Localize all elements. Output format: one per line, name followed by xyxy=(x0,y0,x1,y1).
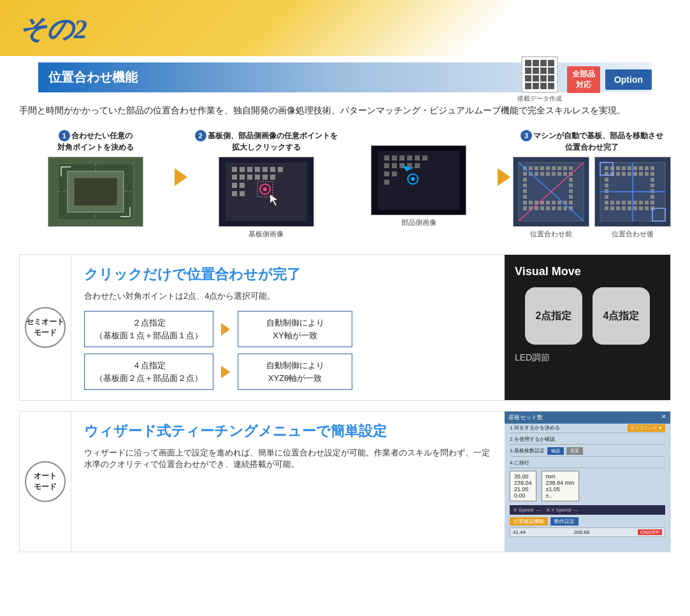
intro-text: 手間と時間がかかっていた部品の位置合わせ作業を、独自開発の画像処理技術、パターン… xyxy=(19,103,671,118)
svg-rect-48 xyxy=(384,171,389,176)
flow-result-1: 自動制御によりXY軸が一致 xyxy=(238,311,352,347)
svg-rect-143 xyxy=(628,206,631,210)
svg-rect-106 xyxy=(616,166,620,170)
step-3-before-svg xyxy=(514,157,589,226)
step-3-pair: 位置合わせ前 xyxy=(513,157,671,239)
step-3-after-image xyxy=(594,157,671,227)
svg-rect-14 xyxy=(232,167,237,172)
svg-rect-118 xyxy=(633,172,637,176)
step-2b-image xyxy=(371,145,466,215)
svg-rect-142 xyxy=(622,206,626,210)
flow-arrow-2 xyxy=(221,366,230,378)
wizard-cancel-btn[interactable]: 変更 xyxy=(566,447,583,455)
svg-rect-129 xyxy=(650,195,654,199)
svg-rect-41 xyxy=(415,155,420,161)
wizard-status-bar: X Speed: --- X-Y Speed: --- xyxy=(510,505,665,515)
svg-rect-94 xyxy=(540,206,544,210)
svg-rect-28 xyxy=(240,183,245,188)
svg-rect-50 xyxy=(384,180,389,185)
svg-rect-38 xyxy=(392,155,397,161)
svg-rect-109 xyxy=(633,166,637,170)
svg-rect-104 xyxy=(605,166,608,170)
svg-rect-29 xyxy=(232,191,237,196)
svg-rect-136 xyxy=(639,201,643,204)
semi-auto-mode-label: セミオートモード xyxy=(25,307,66,348)
step-2a-image xyxy=(219,157,314,227)
svg-rect-23 xyxy=(247,175,252,180)
wizard-row-3: 3.基板枚数設定 確認 変更 xyxy=(510,447,665,457)
svg-rect-76 xyxy=(523,183,527,187)
svg-rect-63 xyxy=(563,166,567,170)
svg-rect-108 xyxy=(628,166,631,170)
wizard-stop-btn[interactable]: ON/OFF xyxy=(638,529,662,535)
wizard-bottom-row: 位置確認機能 動作設定 xyxy=(510,517,665,526)
svg-rect-134 xyxy=(628,201,631,204)
svg-rect-42 xyxy=(422,155,428,161)
svg-rect-39 xyxy=(399,155,405,161)
svg-rect-49 xyxy=(392,171,397,176)
semi-auto-mode-badge: セミオートモード xyxy=(20,255,71,400)
step-3-before-caption: 位置合わせ前 xyxy=(513,229,589,239)
svg-rect-57 xyxy=(529,166,533,170)
svg-rect-47 xyxy=(415,163,420,168)
step-2a-caption: 基板側画像 xyxy=(248,229,284,239)
auto-desc: ウィザードに沿って画面上で設定を進めれば、簡単に位置合わせ設定が可能。作業者のス… xyxy=(84,447,492,470)
flow-arrow-1 xyxy=(221,323,230,336)
svg-rect-140 xyxy=(610,206,614,210)
wizard-header-label: 基板セット数 xyxy=(508,413,543,422)
svg-rect-141 xyxy=(616,206,620,210)
wizard-screen: 基板セット数 ✕ 1.何をするかを決める サンプリング ▼ 2.を使用するか確認… xyxy=(505,412,670,552)
badge-area: 搭載データ作成 全部品 対応 Option xyxy=(517,56,652,103)
svg-rect-43 xyxy=(384,163,389,168)
auto-image: 基板セット数 ✕ 1.何をするかを決める サンプリング ▼ 2.を使用するか確認… xyxy=(505,412,670,552)
svg-point-32 xyxy=(263,187,267,191)
svg-rect-58 xyxy=(535,166,538,170)
wizard-bottom-1: 位置確認機能 xyxy=(510,517,548,526)
svg-point-52 xyxy=(411,177,415,181)
svg-rect-110 xyxy=(639,166,643,170)
step-2b-caption: 部品側画像 xyxy=(401,218,436,227)
svg-rect-135 xyxy=(633,201,637,204)
svg-rect-121 xyxy=(650,172,654,176)
svg-rect-123 xyxy=(650,178,654,182)
step-1-svg xyxy=(48,157,143,226)
auto-mode-badge: オートモード xyxy=(20,412,71,552)
svg-rect-122 xyxy=(605,178,608,182)
svg-rect-24 xyxy=(255,175,260,180)
svg-rect-98 xyxy=(563,206,567,210)
wizard-coord-y: 206.68 xyxy=(574,529,589,535)
svg-rect-72 xyxy=(563,172,567,176)
svg-rect-116 xyxy=(622,172,626,176)
wizard-confirm-btn[interactable]: 確認 xyxy=(547,447,564,455)
wizard-xspeed-label: X Speed: --- xyxy=(514,507,541,513)
svg-rect-115 xyxy=(616,172,620,176)
semi-auto-image: Visual Move 2点指定 4点指定 LED調節 xyxy=(505,255,670,400)
svg-rect-126 xyxy=(605,189,608,193)
wizard-row-2: 2.を使用するか確認 xyxy=(510,436,665,445)
svg-rect-59 xyxy=(540,166,544,170)
step-2a-label: 2基板側、部品側画像の任意ポイントを拡大しクリックする xyxy=(195,130,338,153)
svg-rect-68 xyxy=(540,172,544,176)
semi-auto-title: クリックだけで位置合わせが完了 xyxy=(84,265,492,284)
semi-auto-section: セミオートモード クリックだけで位置合わせが完了 合わせたい対角ポイントは2点、… xyxy=(19,254,671,401)
wizard-values-row: 35.00 239.04 21.05 0.00 mm 238.84 mm ±1.… xyxy=(510,471,665,501)
svg-rect-22 xyxy=(240,175,245,180)
step-2b: - xyxy=(342,130,495,227)
wizard-coord-x: 41.44 xyxy=(513,529,526,535)
flow-row-2: ４点指定（基板面２点＋部品面２点） 自動制御によりXYZθ軸が一致 xyxy=(84,354,492,390)
step-2a-num: 2 xyxy=(195,130,206,141)
wizard-step-4: 4.に移行 xyxy=(510,460,529,466)
badge-option: Option xyxy=(605,69,652,90)
svg-rect-17 xyxy=(255,167,260,172)
wizard-row-4: 4.に移行 xyxy=(510,459,665,468)
auto-content: ウィザード式ティーチングメニューで簡単設定 ウィザードに沿って画面上で設定を進め… xyxy=(71,412,505,552)
svg-rect-132 xyxy=(616,201,620,204)
svg-rect-77 xyxy=(569,183,573,187)
visual-move-display: Visual Move 2点指定 4点指定 LED調節 xyxy=(505,255,670,400)
svg-rect-83 xyxy=(529,201,533,204)
svg-rect-97 xyxy=(557,206,561,210)
step-3-num: 3 xyxy=(521,130,532,141)
svg-rect-86 xyxy=(546,201,550,204)
svg-rect-124 xyxy=(605,183,608,187)
wizard-value-1: 35.00 239.04 21.05 0.00 xyxy=(510,471,536,501)
